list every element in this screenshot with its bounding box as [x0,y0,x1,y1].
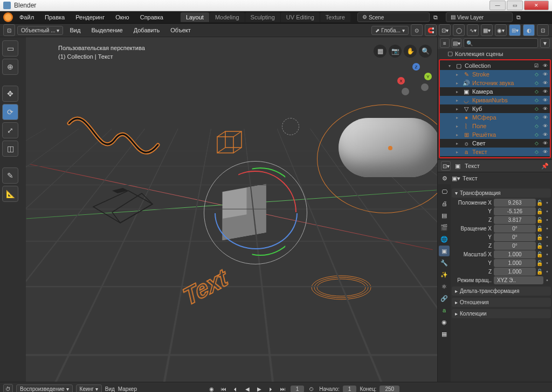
menu-file[interactable]: Файл [15,13,38,22]
lock-icon[interactable]: 🔓 [536,200,543,206]
proportional-button[interactable]: ◯ [453,24,465,36]
ptab-object[interactable]: ▣ [439,246,450,256]
visibility-toggle[interactable]: 👁 [541,62,549,69]
viewport-3d[interactable]: Пользовательская перспектива (1) Collect… [26,37,437,382]
outliner-filter-button[interactable]: ▼ [540,38,550,48]
snap-button[interactable]: 🧲 [425,24,437,36]
clock-icon[interactable]: ⏲ [307,384,316,392]
play-rev-button[interactable]: ◀ [243,384,252,392]
nav-y[interactable]: Y [424,73,432,80]
object-menu[interactable]: Объект [166,26,195,34]
delta-section[interactable]: ▸ Дельта-трансформация [452,286,551,296]
outliner-item-7[interactable]: ▸⊞Решётка◇👁 [440,130,550,139]
mode-selector[interactable]: Объектный ... ▾ [17,26,63,35]
render-toggle[interactable]: ☑ [533,62,540,69]
outliner-item-4[interactable]: ▸▽Куб◇👁 [440,104,550,113]
ptab-constraints[interactable]: 🔗 [439,293,450,304]
outliner-type-button[interactable]: ≡ [440,38,450,48]
visibility-toggle[interactable]: 👁 [541,88,549,95]
snap-type-button[interactable]: ⊡▾ [439,24,451,36]
data-toggle[interactable]: ◇ [533,131,540,138]
outliner-item-3[interactable]: ▸◡КриваяNurbs◇👁 [440,96,550,104]
proportional-type-button[interactable]: ∿▾ [467,24,479,36]
chevron-right-icon[interactable]: ▸ [456,81,460,86]
visibility-toggle[interactable]: 👁 [541,139,549,147]
ptab-data[interactable]: a [439,305,450,316]
data-toggle[interactable]: ◇ [533,105,540,113]
ptab-modifiers[interactable]: 🔧 [439,257,450,268]
chevron-down-icon[interactable]: ▾ [448,64,453,68]
rotate-tool[interactable]: ⟳ [2,104,18,120]
scale-tool[interactable]: ⤢ [2,122,18,138]
chevron-right-icon[interactable]: ▸ [456,124,460,129]
play-button[interactable]: ▶ [255,384,264,392]
viewlayer-selector[interactable]: ▤ View Layer [446,12,513,22]
chevron-right-icon[interactable]: ▸ [456,107,460,111]
tab-modeling[interactable]: Modeling [210,12,245,22]
move-tool[interactable]: ✥ [2,86,18,102]
jump-end-button[interactable]: ⏭ [279,384,287,392]
chevron-right-icon[interactable]: ▸ [456,141,460,146]
scale-x[interactable]: 1.000 [494,250,536,258]
playback-menu[interactable]: Воспроизведение ▾ [16,384,73,393]
ptab-output[interactable]: 🖨 [439,198,450,209]
tab-uv[interactable]: UV Editing [281,12,320,22]
add-menu[interactable]: Добавить [129,26,164,34]
visibility-toggle[interactable]: 👁 [541,148,549,156]
cursor-tool[interactable]: ⊕ [2,59,18,75]
ptab-viewlayer[interactable]: ▤ [439,210,450,221]
outliner-collection-row[interactable]: ▾ ▢ Collection ☑👁 [440,61,550,70]
outliner-item-8[interactable]: ▸☼Свет◇👁 [440,139,550,148]
data-toggle[interactable]: ◇ [533,122,540,130]
outliner-scene-collection[interactable]: ▢ Коллекция сцены [438,49,552,58]
ptab-render[interactable]: 🖵 [439,186,450,197]
ptab-material[interactable]: ◉ [439,317,450,327]
data-toggle[interactable]: ◇ [533,88,540,95]
pos-z[interactable]: 3.817 [494,216,536,224]
zoom-button[interactable]: 🔍 [419,45,432,58]
end-frame[interactable]: 250 [380,386,399,393]
rot-mode[interactable]: XYZ Э.. [494,276,543,284]
nav-z[interactable]: Z [412,63,420,71]
xray-button[interactable]: ⊞▾ [509,24,521,36]
timeline-marker[interactable]: Маркер [118,386,137,392]
nav-neg1[interactable] [421,83,429,91]
visibility-toggle[interactable]: 👁 [541,96,549,104]
close-button[interactable]: ✕ [524,1,549,10]
lock-icon[interactable]: 🔓 [536,208,543,214]
tab-sculpting[interactable]: Sculpting [245,12,280,22]
rot-x[interactable]: 0° [494,225,536,233]
nav-neg2[interactable] [402,88,409,95]
rot-y[interactable]: 0° [494,233,536,241]
menu-edit[interactable]: Правка [40,13,69,22]
orientation-selector[interactable]: ⬈ Глоба... ▾ [371,26,409,35]
current-frame[interactable]: 1 [291,386,305,393]
tab-texture[interactable]: Texture [320,12,350,22]
pan-button[interactable]: ✋ [404,45,417,58]
collections-section[interactable]: ▸ Коллекции [452,309,551,318]
pivot-button[interactable]: ⊙ [411,24,423,36]
autokey-button[interactable]: ◉ [208,384,216,392]
visibility-toggle[interactable]: 👁 [541,79,549,87]
transform-section[interactable]: ▾ Трансформация [452,188,551,198]
outliner-item-0[interactable]: ▸✎Stroke◇👁 [440,70,550,79]
blender-icon[interactable] [3,12,13,22]
outliner-item-5[interactable]: ▸●МСфера◇👁 [440,113,550,122]
editor-type-button[interactable]: ⊡ [3,24,15,36]
ptab-physics[interactable]: ⚛ [439,281,450,292]
start-frame[interactable]: 1 [343,386,357,393]
select-menu[interactable]: Выделение [87,26,127,34]
visibility-toggle[interactable]: 👁 [541,114,549,121]
prev-key-button[interactable]: ⏴ [231,384,240,392]
data-toggle[interactable]: ◇ [533,139,540,147]
data-toggle[interactable]: ◇ [533,79,540,87]
timeline-view[interactable]: Вид [105,386,115,392]
visibility-toggle[interactable]: 👁 [541,105,549,113]
select-tool[interactable]: ▭ [2,40,18,57]
camera-view-button[interactable]: ▦ [374,45,387,58]
outliner-item-2[interactable]: ▸▣Камера◇👁 [440,87,550,96]
visibility-toggle[interactable]: 👁 [541,122,549,130]
annotate-tool[interactable]: ✎ [2,167,18,184]
menu-window[interactable]: Окно [111,13,134,22]
pin-icon[interactable]: 📌 [541,162,549,170]
